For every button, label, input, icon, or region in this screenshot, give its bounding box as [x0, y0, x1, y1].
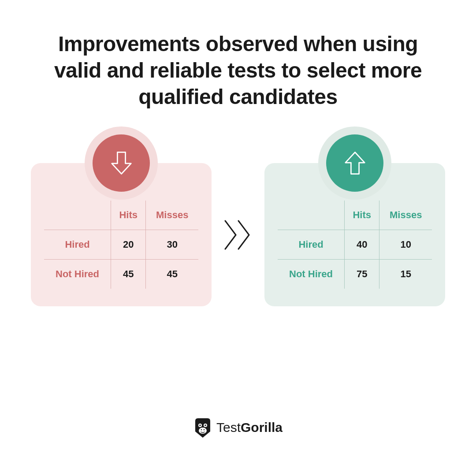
title-part-1: Improvements observed when using: [58, 32, 418, 56]
after-hired-hits: 40: [345, 230, 379, 260]
infographic: Improvements observed when using valid a…: [0, 0, 476, 476]
svg-point-3: [205, 424, 206, 426]
arrow-up-icon: [343, 150, 367, 176]
before-nothired-misses: 45: [146, 260, 198, 289]
brand-name: TestGorilla: [216, 420, 283, 435]
comparison-row: HitsMisses Hired2030 Not Hired4545 HitsM…: [31, 163, 445, 306]
down-badge: [93, 134, 150, 192]
svg-point-5: [201, 429, 202, 431]
row-nothired: Not Hired: [44, 260, 111, 289]
row-nothired: Not Hired: [278, 260, 345, 289]
gorilla-icon: [193, 416, 212, 439]
after-nothired-misses: 15: [379, 260, 432, 289]
col-misses: Misses: [146, 201, 198, 230]
page-title: Improvements observed when using valid a…: [40, 31, 436, 110]
brand-b: Gorilla: [241, 420, 283, 435]
col-hits: Hits: [111, 201, 146, 230]
before-nothired-hits: 45: [111, 260, 146, 289]
svg-point-6: [204, 429, 205, 431]
after-card: HitsMisses Hired4010 Not Hired7515: [264, 163, 445, 306]
col-hits: Hits: [345, 201, 379, 230]
after-nothired-hits: 75: [345, 260, 379, 289]
transition-arrows: [223, 217, 253, 253]
title-part-2: valid and reliable tests to select more …: [54, 59, 422, 108]
after-table: HitsMisses Hired4010 Not Hired7515: [278, 201, 432, 289]
chevron-right-double-icon: [223, 217, 253, 253]
up-badge: [326, 134, 383, 192]
row-hired: Hired: [44, 230, 111, 260]
before-hired-hits: 20: [111, 230, 146, 260]
svg-point-2: [199, 424, 201, 426]
brand-logo: TestGorilla: [193, 416, 283, 439]
after-hired-misses: 10: [379, 230, 432, 260]
row-hired: Hired: [278, 230, 345, 260]
arrow-down-icon: [109, 150, 134, 176]
col-misses: Misses: [379, 201, 432, 230]
before-table: HitsMisses Hired2030 Not Hired4545: [44, 201, 198, 289]
before-hired-misses: 30: [146, 230, 198, 260]
before-card: HitsMisses Hired2030 Not Hired4545: [31, 163, 212, 306]
brand-a: Test: [216, 420, 241, 435]
